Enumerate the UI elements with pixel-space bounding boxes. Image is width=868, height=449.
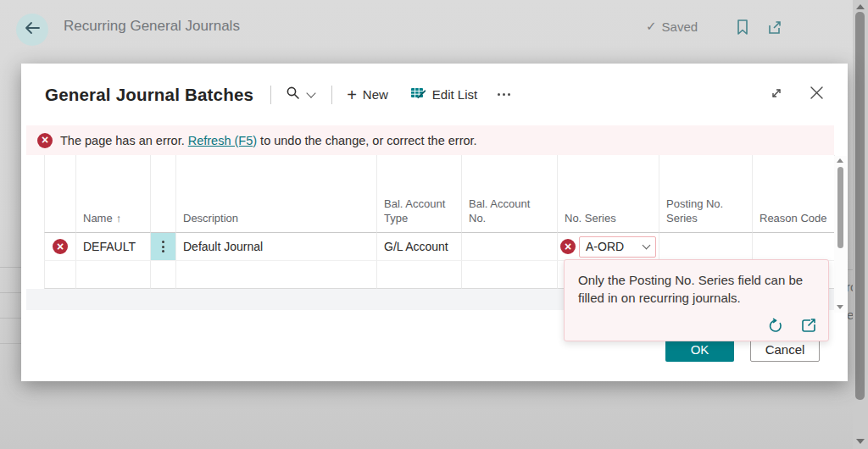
cell-description[interactable]: Default Journal — [176, 233, 377, 261]
plus-icon: + — [347, 86, 357, 103]
search-button[interactable] — [286, 86, 314, 103]
column-header-bal-account-type[interactable]: Bal. Account Type — [377, 155, 462, 233]
backdrop-row-line — [0, 343, 22, 344]
back-button[interactable] — [16, 14, 48, 46]
bookmark-icon[interactable] — [736, 19, 749, 39]
edit-list-icon — [410, 86, 426, 103]
row-options-button[interactable] — [151, 233, 176, 261]
page-title: Recurring General Journals — [64, 0, 240, 53]
dialog-scrollbar[interactable] — [834, 156, 847, 313]
new-button-label: New — [363, 87, 388, 102]
column-header-indicator — [44, 155, 76, 233]
dialog-header: General Journal Batches + New Edit List — [21, 64, 848, 125]
backdrop-row-line — [0, 267, 22, 268]
sort-ascending-icon: ↑ — [116, 212, 122, 226]
refresh-link[interactable]: Refresh (F5) — [188, 134, 257, 147]
empty-cell[interactable] — [76, 261, 151, 289]
saved-label: Saved — [662, 19, 698, 34]
column-header-options — [151, 155, 176, 233]
column-header-reason-code[interactable]: Reason Code — [753, 155, 835, 233]
cell-reason-code[interactable] — [753, 233, 835, 261]
empty-cell — [151, 261, 176, 289]
dialog-header-right — [769, 86, 824, 104]
new-button[interactable]: + New — [347, 86, 388, 103]
column-header-description[interactable]: Description — [176, 155, 377, 233]
more-options-icon[interactable] — [498, 93, 510, 96]
check-icon: ✓ — [646, 19, 657, 34]
error-icon — [560, 239, 576, 254]
error-icon — [37, 133, 53, 148]
column-header-no-series[interactable]: No. Series — [558, 155, 659, 233]
page-scrollbar[interactable] — [853, 0, 868, 449]
backdrop-row-line — [0, 318, 22, 319]
tooltip-actions — [766, 317, 817, 334]
cell-bal-account-type[interactable]: G/L Account — [377, 233, 462, 261]
scroll-down-icon[interactable] — [837, 305, 843, 309]
row-error-indicator — [44, 233, 76, 261]
column-header-posting-no-series[interactable]: Posting No. Series — [659, 155, 753, 233]
scroll-down-icon[interactable] — [856, 439, 865, 444]
vertical-ellipsis-icon — [162, 241, 164, 252]
empty-cell[interactable] — [462, 261, 558, 289]
divider — [331, 86, 332, 104]
cell-posting-no-series[interactable] — [659, 233, 753, 261]
chevron-down-icon[interactable] — [643, 241, 651, 250]
error-text: to undo the change, or correct the error… — [260, 134, 477, 147]
page-scrollbar-thumb[interactable] — [855, 12, 865, 400]
back-arrow-icon — [23, 20, 42, 39]
divider — [270, 86, 271, 104]
tooltip-text: Only the Posting No. Series field can be… — [578, 273, 803, 305]
dialog-scrollbar-thumb[interactable] — [837, 167, 843, 248]
chevron-down-icon — [306, 88, 315, 97]
column-header-name[interactable]: Name ↑ — [76, 155, 151, 233]
empty-cell[interactable] — [377, 261, 462, 289]
error-icon — [53, 239, 68, 254]
share-icon[interactable] — [800, 317, 817, 334]
scroll-up-icon[interactable] — [837, 158, 843, 163]
validation-error-tooltip: Only the Posting No. Series field can be… — [564, 259, 829, 341]
scroll-up-icon[interactable] — [856, 4, 865, 9]
edit-list-label: Edit List — [432, 87, 477, 102]
save-status: ✓ Saved — [646, 0, 698, 53]
close-icon[interactable] — [810, 86, 824, 103]
no-series-field[interactable]: A-ORD — [579, 236, 656, 258]
page: Recurring General Journals ✓ Saved rcl e… — [0, 0, 868, 449]
general-journal-batches-dialog: General Journal Batches + New Edit List — [21, 64, 848, 381]
edit-list-button[interactable]: Edit List — [410, 86, 477, 103]
error-notification-bar: The page has an error. Refresh (F5) to u… — [26, 125, 834, 155]
backdrop-topbar: Recurring General Journals ✓ Saved — [0, 0, 868, 53]
open-in-new-window-icon[interactable] — [766, 19, 783, 39]
refresh-icon[interactable] — [766, 317, 783, 334]
expand-icon[interactable] — [769, 86, 784, 104]
empty-cell[interactable] — [176, 261, 377, 289]
cell-no-series: A-ORD — [558, 233, 659, 261]
column-header-bal-account-no[interactable]: Bal. Account No. — [462, 155, 558, 233]
dialog-title: General Journal Batches — [45, 85, 253, 105]
error-text: The page has an error. — [60, 134, 185, 147]
search-icon — [286, 86, 300, 103]
cell-bal-account-no[interactable] — [462, 233, 558, 261]
cell-name[interactable]: DEFAULT — [76, 233, 151, 261]
empty-cell — [44, 261, 76, 289]
backdrop-row-line — [0, 292, 22, 293]
